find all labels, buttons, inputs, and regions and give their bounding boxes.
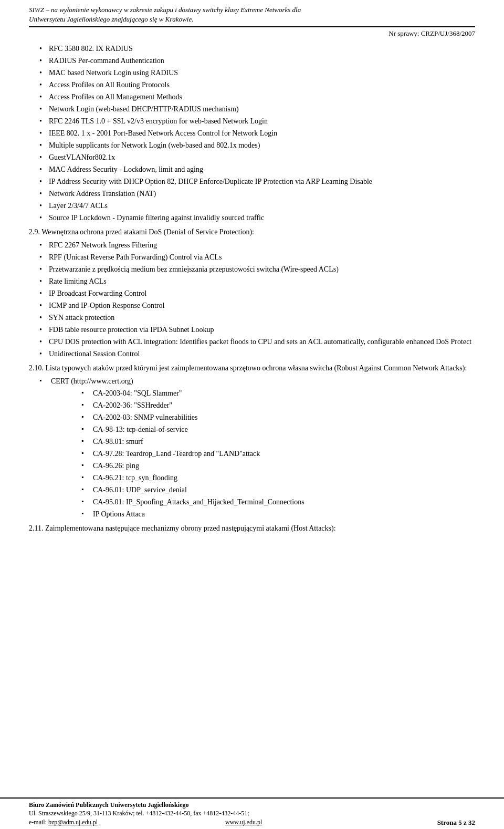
header-title-line1: SIWZ – na wyłonienie wykonawcy w zakresi… [29,6,301,14]
list-item: RFC 3580 802. IX RADIUS [39,43,475,54]
page: SIWZ – na wyłonienie wykonawcy w zakresi… [0,0,504,578]
content: RFC 3580 802. IX RADIUS RADIUS Per-comma… [29,43,475,534]
list-item: Przetwarzanie z prędkością medium bez zm… [39,264,475,275]
list-item: CA-96.21: tcp_syn_flooding [81,472,475,483]
list-item: GuestVLANfor802.1x [39,152,475,163]
section-211-heading: 2.11. Zaimplementowana następujące mecha… [29,523,475,534]
list-item: Network Address Translation (NAT) [39,188,475,199]
list-item: Layer 2/3/4/7 ACLs [39,200,475,211]
list-item: Rate limiting ACLs [39,276,475,287]
list-item: ICMP and IP-Option Response Control [39,300,475,311]
list-item: CA-96.26: ping [81,460,475,471]
list-item: CA-2002-36: "SSHredder" [81,400,475,411]
section-210-list: CERT (http://www.cert.org) CA-2003-04: "… [39,376,475,520]
list-item: Network Login (web-based DHCP/HTTP/RADIU… [39,103,475,115]
list-item: CA-2003-04: "SQL Slammer" [81,388,475,399]
list-item: CA-98-13: tcp-denial-of-service [81,424,475,435]
list-item: RADIUS Per-command Authentication [39,55,475,66]
header-title: SIWZ – na wyłonienie wykonawcy w zakresi… [29,5,475,24]
list-item: CA-97.28: Teardrop_Land -Teardrop and "L… [81,448,475,459]
footer-web-link[interactable]: www.uj.edu.pl [225,818,262,826]
footer-institution: Biuro Zamówień Publicznych Uniwersytetu … [29,801,262,810]
list-item: CPU DOS protection with ACL integration:… [39,336,475,347]
list-item: CA-98.01: smurf [81,436,475,447]
intro-list: RFC 3580 802. IX RADIUS RADIUS Per-comma… [39,43,475,223]
header-nr-sprawy: Nr sprawy: CRZP/UJ/368/2007 [29,29,475,38]
list-item: IP Broadcast Forwarding Control [39,288,475,299]
list-item: Access Profiles on All Management Method… [39,91,475,102]
header-title-line2: Uniwersytetu Jagiellońskiego znajdująceg… [29,15,193,23]
list-item: RFC 2246 TLS 1.0 + SSL v2/v3 encryption … [39,116,475,127]
list-item: Access Profiles on All Routing Protocols [39,79,475,90]
list-item: IEEE 802. 1 x - 2001 Port-Based Network … [39,128,475,139]
list-item: Source IP Lockdown - Dynamie filtering a… [39,212,475,223]
list-item: SYN attack protection [39,312,475,323]
list-item: IP Address Security with DHCP Option 82,… [39,176,475,187]
footer-address: Ul. Straszewskiego 25/9, 31-113 Kraków; … [29,809,262,818]
list-item: CA-95.01: IP_Spoofing_Attacks_and_Hijack… [81,496,475,507]
list-item: Multiple supplicants for Network Login (… [39,140,475,151]
section-29-heading: 2.9. Wewnętrzna ochrona przed atakami Do… [29,226,475,237]
footer-page-number: Strona 5 z 32 [437,818,475,827]
header-top: SIWZ – na wyłonienie wykonawcy w zakresi… [29,5,475,27]
list-item: RPF (Unicast Reverse Path Forwarding) Co… [39,252,475,263]
list-item: MAC based Network Login using RADIUS [39,67,475,78]
list-item: CA-2002-03: SNMP vulnerabilities [81,412,475,423]
list-item: RFC 2267 Network Ingress Filtering [39,240,475,251]
footer-spacer [99,818,224,826]
section-29-list: RFC 2267 Network Ingress Filtering RPF (… [39,240,475,359]
footer-email-link[interactable]: bzp@adm.uj.edu.pl [48,818,98,826]
footer: Biuro Zamówień Publicznych Uniwersytetu … [0,797,504,829]
list-item: IP Options Attaca [81,509,475,520]
list-item: CA-96.01: UDP_service_denial [81,484,475,495]
list-item: MAC Address Security - Lockdown, limit a… [39,164,475,175]
footer-contact: e-mail: bzp@adm.uj.edu.pl www.uj.edu.pl [29,818,262,827]
list-item: Unidirectional Session Control [39,348,475,359]
section-210-heading: 2.10. Lista typowych ataków przed którym… [29,362,475,374]
list-item: FDB table resource protection via IPDA S… [39,324,475,335]
list-item: CERT (http://www.cert.org) [39,376,475,387]
footer-email-label: e-mail: [29,818,48,826]
footer-left: Biuro Zamówień Publicznych Uniwersytetu … [29,801,262,827]
